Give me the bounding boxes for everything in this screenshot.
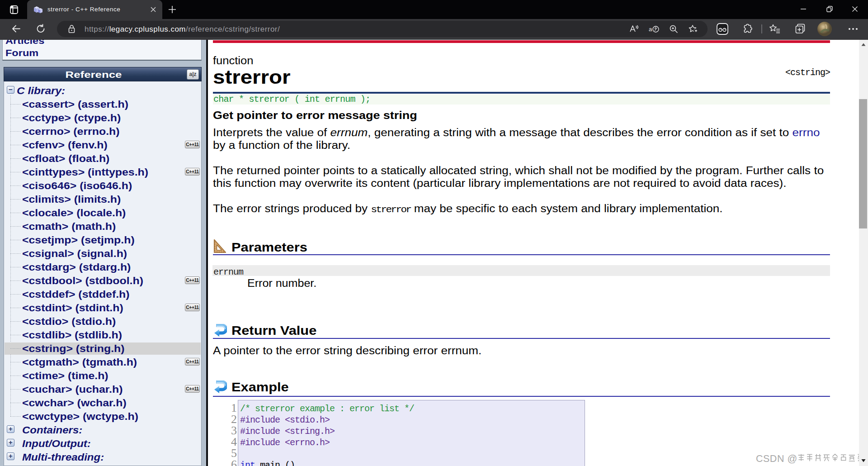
svg-text:a: a — [649, 26, 652, 33]
